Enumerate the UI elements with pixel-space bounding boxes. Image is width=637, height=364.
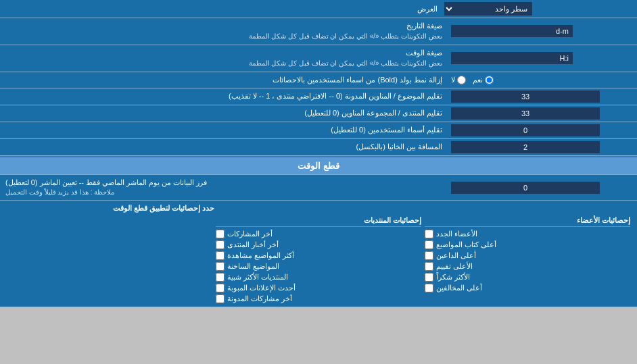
list-item: أعلى الداعين (425, 251, 630, 260)
users-input[interactable] (451, 124, 600, 136)
list-item: الأعلى تقييم (425, 262, 630, 271)
bold-no-label[interactable]: لا (451, 76, 466, 84)
checkbox-top-writers[interactable] (425, 240, 433, 249)
checkbox-top-rated[interactable] (425, 262, 433, 271)
users-input-wrap (448, 122, 637, 138)
forum-subject-input-wrap (448, 88, 637, 105)
time-format-label: صيغة الوقتبعض التكوينات يتطلب «/» التي ي… (0, 45, 448, 72)
forum-subject-input[interactable] (451, 90, 600, 103)
checkbox-most-similar[interactable] (216, 273, 225, 282)
list-item: أحدث الإعلانات المبوبة (216, 284, 421, 292)
checkbox-last-news[interactable] (216, 240, 225, 249)
display-row: سطر واحد سطرين ثلاثة أسطر العرض (0, 0, 637, 18)
checkbox-hot-topics[interactable] (216, 262, 225, 271)
time-format-row: صيغة الوقتبعض التكوينات يتطلب «/» التي ي… (0, 45, 637, 72)
bold-yes-radio[interactable] (485, 76, 494, 84)
checkboxes-container: حدد إحصائيات لتطبيق قطع الوقت إحصائيات ا… (0, 201, 637, 307)
users-label: تقليم أسماء المستخدمين (0 للتعطيل) (0, 122, 448, 138)
cutoff-input[interactable] (451, 182, 600, 194)
forum-header-label: تقليم المنتدى / المجموعة المناوين (0 للت… (0, 105, 448, 122)
time-format-input[interactable] (451, 52, 573, 64)
display-label: العرض (3, 5, 444, 14)
list-item: أعلى المخالفين (425, 284, 630, 292)
bold-radio-group: نعم لا (451, 76, 494, 84)
cutoff-input-wrap (448, 175, 637, 200)
gap-label: المسافة بين الخانيا (بالبكسل) (0, 139, 448, 155)
list-item: أعلى كتاب المواضيع (425, 240, 630, 249)
forum-subject-row: تقليم الموضوع / المناوين المدونة (0 -- ا… (0, 88, 637, 105)
col3-header (7, 216, 212, 227)
stats-label: حدد إحصائيات لتطبيق قطع الوقت (7, 204, 214, 213)
cutoff-section-header: قطع الوقت (0, 156, 637, 175)
list-item: المنتديات الأكثر شبية (216, 273, 421, 282)
display-select-wrap: سطر واحد سطرين ثلاثة أسطر (444, 2, 634, 16)
checkbox-col-1: الأعضاء الجدد أعلى كتاب المواضيع أعلى ال… (425, 230, 630, 303)
users-row: تقليم أسماء المستخدمين (0 للتعطيل) (0, 122, 637, 139)
checkbox-last-blog-posts[interactable] (216, 294, 225, 303)
checkbox-most-thanks[interactable] (425, 273, 433, 282)
checkbox-members-new[interactable] (425, 230, 433, 238)
stats-section-header: حدد إحصائيات لتطبيق قطع الوقت (7, 204, 630, 213)
gap-input-wrap (448, 139, 637, 155)
forum-header-input-wrap (448, 105, 637, 122)
list-item: أخر مشاركات المدونة (216, 294, 421, 303)
display-select[interactable]: سطر واحد سطرين ثلاثة أسطر (444, 2, 532, 16)
gap-input[interactable] (451, 141, 600, 153)
list-item: المواضيع الساخنة (216, 262, 421, 271)
forum-subject-label: تقليم الموضوع / المناوين المدونة (0 -- ا… (0, 88, 448, 105)
checkbox-col-2: أخر المشاركات أخر أخبار المنتدى أكثر الم… (216, 230, 421, 303)
bold-no-radio[interactable] (457, 76, 466, 84)
bold-row: نعم لا إزالة نمط بولد (Bold) من اسماء ال… (0, 72, 637, 88)
checkbox-col-3 (7, 230, 212, 303)
bold-yes-label[interactable]: نعم (473, 76, 494, 84)
col2-header: إحصائيات المنتديات (216, 216, 421, 227)
date-format-row: صيغة التاريخبعض التكوينات يتطلب «/» التي… (0, 18, 637, 45)
date-format-input[interactable] (451, 25, 573, 37)
list-item: الأكثر شكراً (425, 273, 630, 282)
checkbox-last-posts[interactable] (216, 230, 225, 238)
list-item: الأعضاء الجدد (425, 230, 630, 238)
list-item: أخر المشاركات (216, 230, 421, 238)
checkboxes-grid: الأعضاء الجدد أعلى كتاب المواضيع أعلى ال… (7, 230, 630, 303)
list-item: أخر أخبار المنتدى (216, 240, 421, 249)
forum-header-input[interactable] (451, 107, 600, 120)
cutoff-row: فرز البيانات من يوم الماشر الماضي فقط --… (0, 175, 637, 201)
gap-row: المسافة بين الخانيا (بالبكسل) (0, 139, 637, 156)
checkbox-most-viewed[interactable] (216, 251, 225, 260)
forum-header-row: تقليم المنتدى / المجموعة المناوين (0 للت… (0, 105, 637, 122)
checkbox-top-inviters[interactable] (425, 251, 433, 260)
checkbox-top-violators[interactable] (425, 284, 433, 292)
list-item: أكثر المواضيع مشاهدة (216, 251, 421, 260)
date-format-input-wrap (448, 18, 637, 45)
bold-radio-wrap: نعم لا (448, 72, 637, 88)
col1-header: إحصائيات الأعضاء (425, 216, 630, 227)
checkboxes-column-headers: إحصائيات الأعضاء إحصائيات المنتديات (7, 216, 630, 227)
bold-label: إزالة نمط بولد (Bold) من اسماء المستخدمي… (0, 72, 448, 88)
checkbox-latest-classifieds[interactable] (216, 284, 225, 292)
date-format-label: صيغة التاريخبعض التكوينات يتطلب «/» التي… (0, 18, 448, 45)
cutoff-label: فرز البيانات من يوم الماشر الماضي فقط --… (0, 175, 448, 200)
time-format-input-wrap (448, 45, 637, 72)
